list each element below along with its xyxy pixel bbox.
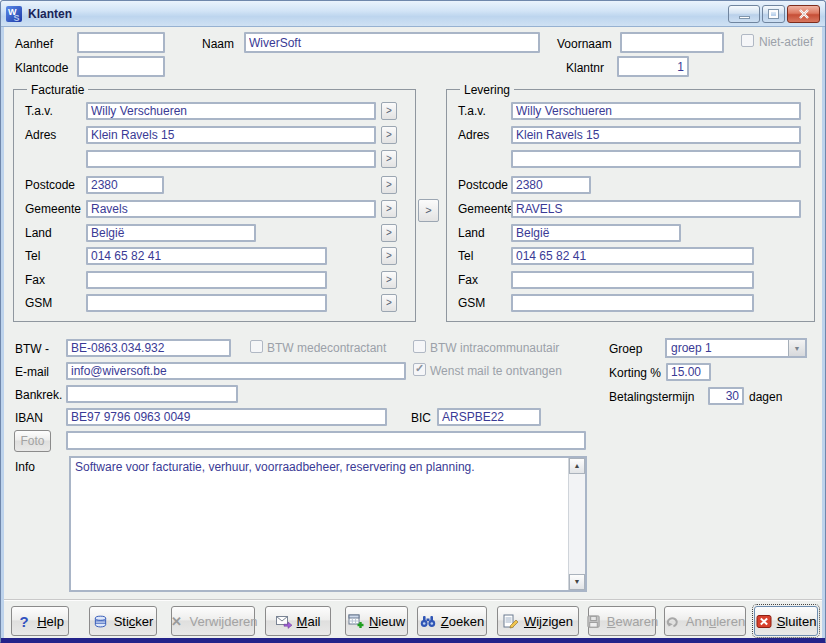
facturatie-land-input[interactable] — [86, 224, 256, 242]
levering-adres1-input[interactable] — [511, 126, 801, 144]
facturatie-postcode-input[interactable] — [86, 176, 164, 194]
groep-label: Groep — [609, 342, 642, 356]
facturatie-group-title: Facturatie — [27, 83, 88, 97]
naam-label: Naam — [202, 37, 234, 51]
copy-to-levering-button[interactable]: > — [418, 199, 439, 222]
voornaam-input[interactable] — [620, 32, 724, 53]
facturatie-gemeente-lookup-button[interactable]: > — [381, 200, 397, 218]
levering-gsm-label: GSM — [458, 296, 485, 310]
facturatie-fax-lookup-button[interactable]: > — [381, 271, 397, 289]
levering-postcode-input[interactable] — [511, 176, 591, 194]
levering-tav-label: T.a.v. — [458, 104, 486, 118]
email-input[interactable] — [66, 362, 406, 380]
email-label: E-mail — [15, 365, 49, 379]
close-button[interactable] — [787, 5, 820, 23]
help-button[interactable]: ? Help — [11, 606, 69, 636]
btw-intracommunautair-checkbox — [413, 340, 426, 353]
facturatie-tel-label: Tel — [25, 249, 40, 263]
foto-button: Foto — [14, 430, 51, 452]
titlebar[interactable]: W S Klanten — [1, 1, 825, 27]
groep-selected-value: groep 1 — [671, 341, 712, 355]
klantnr-input[interactable] — [617, 56, 689, 77]
info-textarea[interactable]: Software voor facturatie, verhuur, voorr… — [69, 456, 587, 592]
window-frame-left — [1, 27, 4, 642]
wijzigen-button[interactable]: Wijzigen — [497, 606, 579, 636]
facturatie-fax-input[interactable] — [86, 271, 327, 289]
facturatie-adres1-lookup-button[interactable]: > — [381, 126, 397, 144]
levering-gsm-input[interactable] — [511, 294, 754, 312]
klantnr-label: Klantnr — [566, 61, 604, 75]
klantcode-input[interactable] — [77, 56, 165, 77]
maximize-button[interactable] — [762, 5, 785, 23]
facturatie-tav-input[interactable] — [86, 102, 376, 120]
klantcode-label: Klantcode — [15, 61, 68, 75]
edit-icon — [503, 613, 519, 629]
groep-dropdown[interactable]: groep 1 ▼ — [665, 338, 807, 358]
facturatie-tel-input[interactable] — [86, 247, 327, 265]
facturatie-gsm-input[interactable] — [86, 294, 327, 312]
levering-fax-input[interactable] — [511, 271, 754, 289]
betalingstermijn-input[interactable] — [708, 387, 744, 405]
facturatie-fax-label: Fax — [25, 273, 45, 287]
levering-land-label: Land — [458, 226, 485, 240]
sluiten-button[interactable]: Sluiten — [754, 606, 818, 636]
scroll-up-button[interactable]: ▲ — [569, 458, 585, 474]
levering-group-title: Levering — [460, 83, 514, 97]
save-floppy-icon — [586, 613, 602, 629]
zoeken-button[interactable]: Zoeken — [417, 606, 487, 636]
facturatie-postcode-label: Postcode — [25, 178, 75, 192]
facturatie-land-label: Land — [25, 226, 52, 240]
svg-text:S: S — [14, 12, 20, 22]
iban-input[interactable] — [66, 408, 387, 426]
naam-input[interactable] — [244, 32, 540, 53]
niet-actief-checkbox — [741, 34, 754, 47]
btw-input[interactable] — [66, 339, 231, 357]
facturatie-gemeente-input[interactable] — [86, 200, 376, 218]
levering-land-input[interactable] — [511, 224, 681, 242]
facturatie-adres1-input[interactable] — [86, 126, 376, 144]
chevron-down-icon[interactable]: ▼ — [788, 340, 805, 356]
btw-label: BTW - — [15, 342, 49, 356]
korting-label: Korting % — [609, 366, 661, 380]
nieuw-button[interactable]: Nieuw — [345, 606, 408, 636]
facturatie-adres2-input[interactable] — [86, 150, 376, 168]
sticker-button[interactable]: Sticker — [89, 606, 157, 636]
aanhef-input[interactable] — [77, 32, 165, 53]
new-record-icon — [348, 613, 364, 629]
facturatie-gemeente-label: Gemeente — [25, 202, 81, 216]
niet-actief-label: Niet-actief — [759, 35, 813, 49]
bankrek-label: Bankrek. — [15, 388, 62, 402]
facturatie-tav-lookup-button[interactable]: > — [381, 102, 397, 120]
sticker-icon — [93, 613, 109, 629]
voornaam-label: Voornaam — [557, 37, 612, 51]
facturatie-postcode-lookup-button[interactable]: > — [381, 176, 397, 194]
facturatie-gsm-label: GSM — [25, 296, 52, 310]
bewaren-button: Bewaren — [588, 606, 656, 636]
info-scrollbar[interactable]: ▲ ▼ — [568, 458, 585, 590]
facturatie-land-lookup-button[interactable]: > — [381, 224, 397, 242]
levering-tav-input[interactable] — [511, 102, 801, 120]
facturatie-tav-label: T.a.v. — [25, 104, 53, 118]
minimize-button[interactable] — [728, 5, 760, 23]
help-icon: ? — [16, 613, 32, 629]
scroll-down-button[interactable]: ▼ — [569, 574, 585, 590]
foto-path-input[interactable] — [66, 431, 586, 450]
btw-intracommunautair-label: BTW intracommunautair — [430, 341, 559, 355]
levering-tel-input[interactable] — [511, 247, 754, 265]
wenst-mail-label: Wenst mail te ontvangen — [430, 364, 562, 378]
bankrek-input[interactable] — [66, 385, 238, 403]
levering-gemeente-label: Gemeente — [458, 202, 514, 216]
facturatie-gsm-lookup-button[interactable]: > — [381, 294, 397, 312]
korting-input[interactable] — [666, 363, 711, 381]
aanhef-label: Aanhef — [15, 37, 53, 51]
facturatie-tel-lookup-button[interactable]: > — [381, 247, 397, 265]
facturatie-adres2-lookup-button[interactable]: > — [381, 150, 397, 168]
bic-input[interactable] — [437, 408, 541, 426]
buttonbar-separator — [4, 599, 822, 601]
levering-adres-label: Adres — [458, 128, 489, 142]
window-frame-bottom — [1, 638, 825, 642]
mail-button[interactable]: Mail — [265, 606, 331, 636]
levering-adres2-input[interactable] — [511, 150, 801, 168]
levering-gemeente-input[interactable] — [511, 200, 801, 218]
bic-label: BIC — [411, 411, 431, 425]
